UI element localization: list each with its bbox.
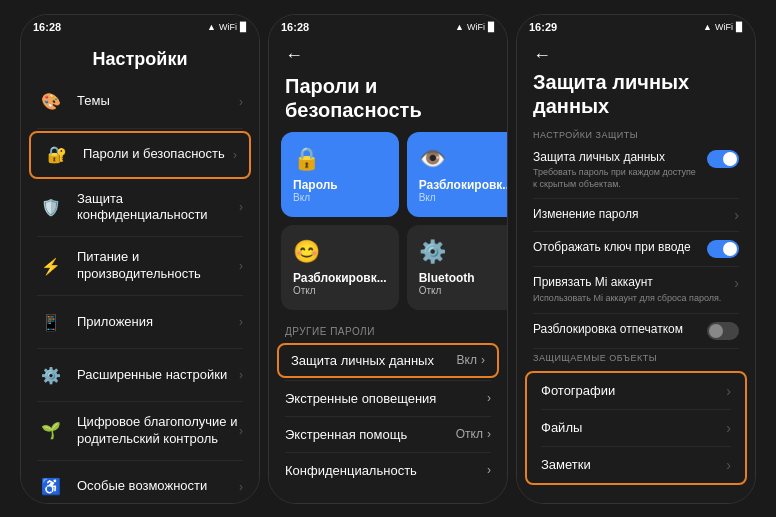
protected-objects-container: Фотографии › Файлы › Заметки › [525,371,747,485]
confidentiality-value: › [487,463,491,477]
tile-face-label: Разблокировк... [419,178,507,192]
privacy-protection-label: Защита личных данных [291,353,434,368]
tile-password[interactable]: 🔒 Пароль Вкл [281,132,399,217]
protected-item-photos[interactable]: Фотографии › [527,373,745,409]
lock-icon: 🔒 [293,146,320,172]
protection-desc: Требовать пароль при каждом доступе к ск… [533,167,699,190]
emergency-help-arrow: › [487,427,491,441]
settings-item-apps[interactable]: 📱 Приложения › [21,298,259,346]
battery-icon-3: ▉ [736,22,743,32]
phone2-title: Пароли ибезопасность [269,74,507,132]
phone3-item-change-password[interactable]: Изменение пароля › [517,199,755,231]
emergency-help-status: Откл [456,427,483,441]
accessibility-label: Особые возможности [77,478,239,495]
files-label: Файлы [541,420,582,435]
power-icon: ⚡ [37,252,65,280]
apps-text: Приложения [77,314,239,331]
privacy-value-text: Вкл [457,353,477,367]
settings-item-passwords[interactable]: 🔐 Пароли и безопасность › [29,131,251,179]
protection-toggle[interactable] [707,150,739,168]
back-button-3[interactable]: ← [533,45,551,66]
mi-account-desc: Использовать Mi аккаунт для сброса парол… [533,293,726,305]
signal-icon: ▲ [207,22,216,32]
phone3-content: ← Защита личныхданных НАСТРОЙКИ ЗАЩИТЫ З… [517,39,755,503]
settings-item-wellbeing[interactable]: 🌱 Цифровое благополучие иродительский ко… [21,404,259,458]
tile-face-unlock[interactable]: 👁️ Разблокировк... Вкл [407,132,507,217]
phone-3: 16:29 ▲ WiFi ▉ ← Защита личныхданных НАС… [516,14,756,504]
show-key-title: Отображать ключ при вводе [533,240,699,256]
protected-item-notes[interactable]: Заметки › [527,447,745,483]
emergency-help-label: Экстренная помощь [285,427,407,442]
protected-objects-label: ЗАЩИЩАЕМЫЕ ОБЪЕКТЫ [517,349,755,365]
tile-bluetooth[interactable]: ⚙️ Bluetooth Откл [407,225,507,310]
themes-label: Темы [77,93,239,110]
emergency-alerts-arrow: › [487,391,491,405]
tile-face-status: Вкл [419,192,436,203]
privacy-text: Защитаконфиденциальности [77,191,239,225]
change-password-arrow: › [734,207,739,223]
apps-label: Приложения [77,314,239,331]
wifi-icon-2: WiFi [467,22,485,32]
passwords-icon: 🔐 [43,141,71,169]
settings-item-advanced[interactable]: ⚙️ Расширенные настройки › [21,351,259,399]
phone2-item-confidentiality[interactable]: Конфиденциальность › [269,453,507,488]
status-bar-3: 16:29 ▲ WiFi ▉ [517,15,755,39]
settings-item-themes[interactable]: 🎨 Темы › [21,78,259,126]
phone3-nav: ← [517,39,755,70]
back-button-2[interactable]: ← [285,45,303,66]
emergency-alerts-value: › [487,391,491,405]
smile-icon: 😊 [293,239,320,265]
status-icons-3: ▲ WiFi ▉ [703,22,743,32]
protected-item-files[interactable]: Файлы › [527,410,745,446]
phone2-content: ← Пароли ибезопасность 🔒 Пароль Вкл 👁️ Р… [269,39,507,503]
phone3-item-protection[interactable]: Защита личных данных Требовать пароль пр… [517,142,755,199]
confidentiality-label: Конфиденциальность [285,463,417,478]
privacy-arrow: › [239,200,243,214]
settings-item-privacy[interactable]: 🛡️ Защитаконфиденциальности › [21,181,259,235]
phone2-item-emergency-help[interactable]: Экстренная помощь Откл › [269,417,507,452]
settings-item-power[interactable]: ⚡ Питание ипроизводительность › [21,239,259,293]
change-password-text: Изменение пароля [533,207,734,223]
show-key-toggle[interactable] [707,240,739,258]
passwords-text: Пароли и безопасность [83,146,233,163]
fingerprint-toggle[interactable] [707,322,739,340]
apps-icon: 📱 [37,308,65,336]
divider4 [37,348,243,349]
tile-face2-label: Разблокировк... [293,271,387,285]
divider2 [37,236,243,237]
themes-arrow: › [239,95,243,109]
files-arrow: › [726,420,731,436]
protection-settings-label: НАСТРОЙКИ ЗАЩИТЫ [517,126,755,142]
privacy-protection-value: Вкл › [457,353,485,367]
phone3-item-mi-account[interactable]: Привязать Mi аккаунт Использовать Mi акк… [517,267,755,312]
tile-face-unlock2[interactable]: 😊 Разблокировк... Откл [281,225,399,310]
phone3-item-fingerprint[interactable]: Разблокировка отпечатком [517,314,755,348]
themes-icon: 🎨 [37,88,65,116]
status-icons-1: ▲ WiFi ▉ [207,22,247,32]
phone2-item-emergency-alerts[interactable]: Экстренные оповещения › [269,381,507,416]
phone2-item-privacy-protection[interactable]: Защита личных данных Вкл › [277,343,499,378]
signal-icon-2: ▲ [455,22,464,32]
settings-item-accessibility[interactable]: ♿ Особые возможности › [21,463,259,503]
tile-password-label: Пароль [293,178,338,192]
power-label: Питание ипроизводительность [77,249,239,283]
divider6 [37,460,243,461]
power-arrow: › [239,259,243,273]
passwords-arrow: › [233,148,237,162]
divider [37,128,243,129]
other-passwords-section: ДРУГИЕ ПАРОЛИ [269,320,507,341]
notes-arrow: › [726,457,731,473]
notes-label: Заметки [541,457,591,472]
quick-tiles: 🔒 Пароль Вкл 👁️ Разблокировк... Вкл 😊 Ра… [269,132,507,320]
status-bar-2: 16:28 ▲ WiFi ▉ [269,15,507,39]
wellbeing-icon: 🌱 [37,417,65,445]
phone3-item-show-key[interactable]: Отображать ключ при вводе [517,232,755,266]
confidentiality-arrow: › [487,463,491,477]
advanced-text: Расширенные настройки [77,367,239,384]
status-bar-1: 16:28 ▲ WiFi ▉ [21,15,259,39]
privacy-arrow: › [481,353,485,367]
photos-label: Фотографии [541,383,615,398]
power-text: Питание ипроизводительность [77,249,239,283]
photos-arrow: › [726,383,731,399]
mi-account-text: Привязать Mi аккаунт Использовать Mi акк… [533,275,734,304]
